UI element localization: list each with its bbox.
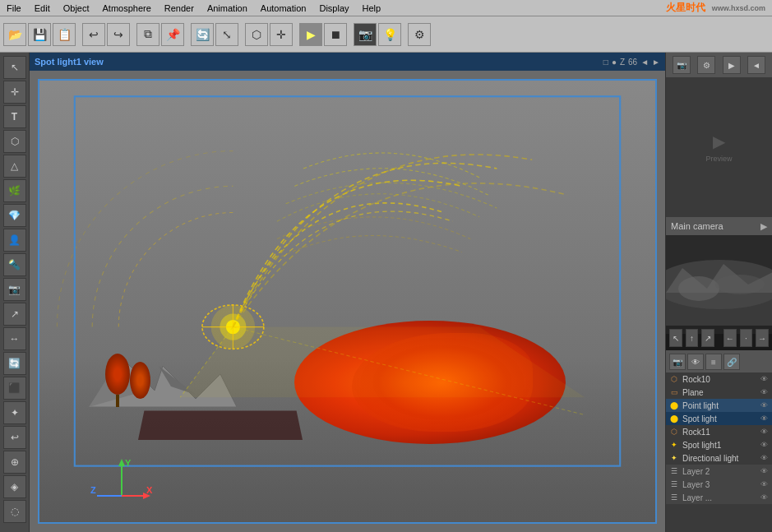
vp-nav-left[interactable]: ◄ <box>640 58 649 67</box>
toolbar-stop[interactable]: ⏹ <box>324 23 347 46</box>
pointlight-eye[interactable]: 👁 <box>759 400 769 410</box>
vp-nav-right[interactable]: ► <box>652 58 660 67</box>
vp-zoom-z: Z <box>620 58 625 67</box>
spotlight-eye[interactable]: 👁 <box>759 414 769 423</box>
tool-terrain[interactable]: △ <box>3 155 26 178</box>
tool-rotate2[interactable]: 🔄 <box>3 352 26 375</box>
scene-item-spotlight1[interactable]: ✦ Spot light1 👁 <box>666 438 772 451</box>
scene-item-spotlight[interactable]: ⬤ Spot light 👁 <box>666 412 772 425</box>
tool-arrow[interactable]: ↗ <box>3 303 26 326</box>
dirlight-eye[interactable]: 👁 <box>759 453 769 463</box>
tool-figure[interactable]: 👤 <box>3 229 26 252</box>
vp-zoom-level[interactable]: 66 <box>628 58 637 67</box>
toolbar-select[interactable]: ⬡ <box>245 23 268 46</box>
plane-eye[interactable]: 👁 <box>759 387 769 397</box>
menu-edit[interactable]: Edit <box>28 2 57 15</box>
tool-foliage[interactable]: 🌿 <box>3 179 26 202</box>
menu-display[interactable]: Display <box>312 2 355 15</box>
dirlight-icon: ✦ <box>669 453 679 463</box>
layer3-eye[interactable]: 👁 <box>759 479 769 489</box>
toolbar-settings[interactable]: ⚙ <box>408 23 431 46</box>
tool-poly[interactable]: ⬡ <box>3 130 26 153</box>
menu-automation[interactable]: Automation <box>254 2 313 15</box>
spotlight1-eye[interactable]: 👁 <box>759 440 769 450</box>
svg-text:X: X <box>146 485 153 495</box>
dirlight-label: Directional light <box>682 454 756 463</box>
tool-light[interactable]: 🔦 <box>3 253 26 276</box>
rp-icon-nav[interactable]: ▶ <box>723 56 741 74</box>
layermore-eye[interactable]: 👁 <box>759 493 769 502</box>
camera-expand-icon[interactable]: ▶ <box>760 221 767 232</box>
spotlight1-label: Spot light1 <box>682 441 756 450</box>
rock10-eye[interactable]: 👁 <box>759 374 769 384</box>
scene-item-plane[interactable]: ▭ Plane 👁 <box>666 386 772 399</box>
cam-nav-topleft[interactable]: ↖ <box>669 329 682 347</box>
scene-item-layer-more[interactable]: ☰ Layer ... 👁 <box>666 491 772 504</box>
scene-item-pointlight[interactable]: ⬤ Point light 👁 <box>666 399 772 412</box>
camera-header: Main camera ▶ <box>666 217 772 235</box>
menu-help[interactable]: Help <box>356 2 388 15</box>
toolbar-camera[interactable]: 📷 <box>354 23 377 46</box>
plane-icon: ▭ <box>669 387 679 397</box>
scene-item-dirlight[interactable]: ✦ Directional light 👁 <box>666 451 772 465</box>
toolbar-new[interactable]: 📂 <box>3 23 26 46</box>
cam-nav-up[interactable]: ↑ <box>686 329 699 347</box>
toolbar-render[interactable]: ▶ <box>299 23 322 46</box>
toolbar-undo[interactable]: ↩ <box>82 23 105 46</box>
toolbar-open[interactable]: 📋 <box>53 23 76 46</box>
toolbar-light[interactable]: 💡 <box>378 23 401 46</box>
menu-animation[interactable]: Animation <box>201 2 254 15</box>
menu-file[interactable]: File <box>0 2 28 15</box>
tool-back[interactable]: ↩ <box>3 426 26 449</box>
toolbar-move[interactable]: ✛ <box>270 23 293 46</box>
tool-camera[interactable]: 📷 <box>3 278 26 301</box>
vp-icon-record[interactable]: ● <box>612 58 617 67</box>
menu-object[interactable]: Object <box>57 2 96 15</box>
tool-resize[interactable]: ↔ <box>3 327 26 350</box>
scene-item-layer3[interactable]: ☰ Layer 3 👁 <box>666 478 772 491</box>
menu-atmosphere[interactable]: Atmosphere <box>96 2 158 15</box>
cam-nav-center[interactable]: · <box>740 329 753 347</box>
scene-item-rock10[interactable]: ⬡ Rock10 👁 <box>666 372 772 386</box>
tool-gem[interactable]: 💎 <box>3 204 26 227</box>
tool-select[interactable]: ↖ <box>3 56 26 79</box>
vp-icon-window[interactable]: □ <box>603 58 608 67</box>
layer2-eye[interactable]: 👁 <box>759 466 769 476</box>
layer2-icon: ☰ <box>669 466 679 476</box>
rp-icon-camera[interactable]: 📷 <box>673 56 691 74</box>
rp-icon-settings[interactable]: ⚙ <box>697 56 715 74</box>
tool-move[interactable]: ✛ <box>3 81 26 104</box>
rock11-eye[interactable]: 👁 <box>759 427 769 437</box>
toolbar-redo[interactable]: ↪ <box>107 23 130 46</box>
logo: 火星时代 www.hxsd.com <box>666 1 765 15</box>
tool-star[interactable]: ✦ <box>3 401 26 424</box>
pointlight-icon: ⬤ <box>669 400 679 410</box>
tool-fill[interactable]: ⬛ <box>3 377 26 400</box>
scene-tb-list[interactable]: ≡ <box>705 354 722 370</box>
rock11-label: Rock11 <box>682 428 756 437</box>
scene-tb-link[interactable]: 🔗 <box>723 354 740 370</box>
menu-render[interactable]: Render <box>158 2 201 15</box>
scene-item-rock11[interactable]: ⬡ Rock11 👁 <box>666 425 772 438</box>
tool-extra1[interactable]: ⊕ <box>3 451 26 474</box>
main-area: ↖ ✛ T ⬡ △ 🌿 💎 👤 🔦 📷 ↗ ↔ 🔄 ⬛ ✦ ↩ ⊕ ◈ ◌ Sp… <box>0 53 772 532</box>
scene-tb-camera[interactable]: 📷 <box>669 354 686 370</box>
rp-icon-arrow[interactable]: ◄ <box>747 56 765 74</box>
scene-item-layer2[interactable]: ☰ Layer 2 👁 <box>666 465 772 478</box>
svg-point-27 <box>715 275 765 294</box>
tool-extra2[interactable]: ◈ <box>3 475 26 498</box>
layermore-label: Layer ... <box>682 493 756 502</box>
scene-tb-eye[interactable]: 👁 <box>687 354 704 370</box>
toolbar-copy[interactable]: ⧉ <box>136 23 159 46</box>
tool-extra3[interactable]: ◌ <box>3 500 26 523</box>
cam-nav-left[interactable]: ← <box>723 329 737 347</box>
toolbar-scale[interactable]: ⤡ <box>215 23 238 46</box>
toolbar-paste[interactable]: 📌 <box>161 23 184 46</box>
toolbar-rotate[interactable]: 🔄 <box>191 23 214 46</box>
tool-text[interactable]: T <box>3 105 26 128</box>
toolbar-save[interactable]: 💾 <box>28 23 51 46</box>
viewport-canvas[interactable]: Y X Z <box>30 71 665 532</box>
tree-left <box>105 354 130 403</box>
cam-nav-topright[interactable]: ↗ <box>701 329 714 347</box>
cam-nav-right[interactable]: → <box>756 329 769 347</box>
